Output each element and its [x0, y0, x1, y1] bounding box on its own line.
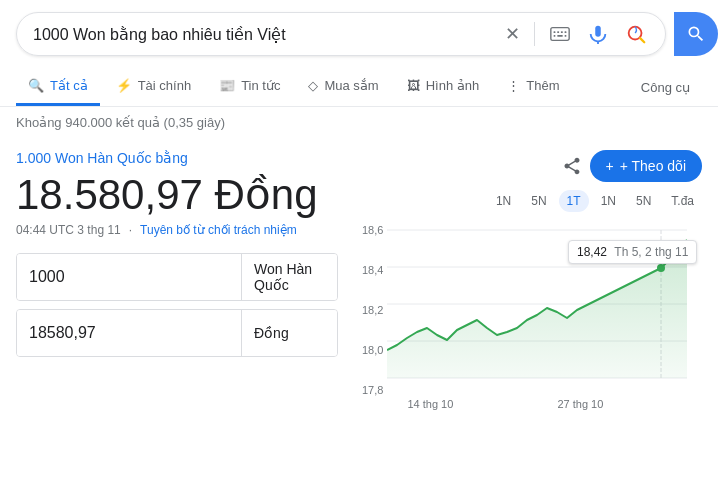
- result-value: 18.580,97 Đồng: [16, 170, 338, 219]
- chart-tabs: 1N 5N 1T 1N 5N T.đa: [362, 190, 702, 212]
- chart-tab-tda[interactable]: T.đa: [663, 190, 702, 212]
- tab-news[interactable]: 📰 Tin tức: [207, 68, 292, 106]
- currency-select-2[interactable]: Đồng ▼: [241, 310, 338, 356]
- svg-rect-0: [551, 28, 569, 41]
- x-label-1: 14 thg 10: [407, 398, 453, 410]
- tab-images[interactable]: 🖼 Hình ảnh: [395, 68, 492, 106]
- share-button[interactable]: [562, 156, 582, 176]
- svg-rect-4: [565, 31, 567, 33]
- results-count: Khoảng 940.000 kết quả (0,35 giây): [0, 107, 718, 138]
- svg-rect-1: [554, 31, 556, 33]
- svg-rect-6: [557, 35, 563, 37]
- input-row-1: Won Hàn Quốc ▼: [16, 253, 338, 301]
- chart-tab-1n-2[interactable]: 1N: [593, 190, 624, 212]
- chart-area: 18,42 Th 5, 2 thg 11: [387, 220, 718, 400]
- currency-select-1[interactable]: Won Hàn Quốc ▼: [241, 254, 338, 300]
- amount-input-1[interactable]: [17, 254, 241, 300]
- chart-tab-5n-2[interactable]: 5N: [628, 190, 659, 212]
- chart-tab-1n-1[interactable]: 1N: [488, 190, 519, 212]
- chart-tooltip: 18,42 Th 5, 2 thg 11: [568, 240, 697, 264]
- from-label: 1.000 Won Hàn Quốc bằng: [16, 150, 338, 166]
- nav-tabs: 🔍 Tất cả ⚡ Tài chính 📰 Tin tức ◇ Mua sắm…: [0, 68, 718, 107]
- timestamp-row: 04:44 UTC 3 thg 11 · Tuyên bố từ chối tr…: [16, 223, 338, 237]
- tooltip-dot: [657, 264, 665, 272]
- svg-rect-2: [557, 31, 559, 33]
- dot-divider: ·: [129, 223, 132, 237]
- clear-button[interactable]: ✕: [503, 21, 522, 47]
- y-label-2: 18,4: [362, 264, 383, 276]
- search-icons: ✕: [503, 21, 649, 47]
- keyboard-icon[interactable]: [547, 21, 573, 47]
- lens-icon[interactable]: [623, 21, 649, 47]
- y-label-3: 18,2: [362, 304, 383, 316]
- search-small-icon: 🔍: [28, 78, 44, 93]
- amount-input-2[interactable]: [17, 310, 241, 356]
- news-icon: 📰: [219, 78, 235, 93]
- y-axis: 18,6 18,4 18,2 18,0 17,8: [362, 220, 383, 400]
- converter-left: 1.000 Won Hàn Quốc bằng 18.580,97 Đồng 0…: [16, 150, 338, 400]
- x-axis-labels: 14 thg 10 27 thg 10: [387, 398, 718, 410]
- shopping-icon: ◇: [308, 78, 318, 93]
- voice-search-icon[interactable]: [585, 21, 611, 47]
- chart-wrapper: 18,6 18,4 18,2 18,0 17,8 18,42 Th 5, 2 t…: [362, 220, 702, 400]
- chart-tab-5n-1[interactable]: 5N: [523, 190, 554, 212]
- svg-rect-5: [554, 35, 556, 37]
- follow-button[interactable]: + + Theo dõi: [590, 150, 702, 182]
- tools-link[interactable]: Công cụ: [629, 70, 702, 105]
- y-label-4: 18,0: [362, 344, 383, 356]
- chart-tab-1t[interactable]: 1T: [559, 190, 589, 212]
- x-label-2: 27 thg 10: [557, 398, 603, 410]
- converter-card: 1.000 Won Hàn Quốc bằng 18.580,97 Đồng 0…: [0, 138, 718, 412]
- disclaimer-link[interactable]: Tuyên bố từ chối trách nhiệm: [140, 223, 297, 237]
- svg-rect-7: [565, 35, 567, 37]
- search-button[interactable]: [674, 12, 718, 56]
- plus-icon: +: [606, 158, 614, 174]
- tab-more[interactable]: ⋮ Thêm: [495, 68, 571, 106]
- share-follow-row: + + Theo dõi: [362, 150, 702, 182]
- search-bar-container: 1000 Won bằng bao nhiêu tiền Việt ✕: [0, 0, 718, 68]
- chart-container: 18,42 Th 5, 2 thg 11: [387, 220, 718, 400]
- tab-all[interactable]: 🔍 Tất cả: [16, 68, 100, 106]
- input-row-2: Đồng ▼: [16, 309, 338, 357]
- svg-rect-3: [561, 31, 563, 33]
- converter-right: + + Theo dõi 1N 5N 1T 1N 5N T.đa 18,6 18…: [362, 150, 702, 400]
- finance-icon: ⚡: [116, 78, 132, 93]
- tab-shopping[interactable]: ◇ Mua sắm: [296, 68, 390, 106]
- images-icon: 🖼: [407, 78, 420, 93]
- more-icon: ⋮: [507, 78, 520, 93]
- y-label-1: 18,6: [362, 224, 383, 236]
- search-input[interactable]: 1000 Won bằng bao nhiêu tiền Việt: [33, 25, 503, 43]
- tab-finance[interactable]: ⚡ Tài chính: [104, 68, 203, 106]
- search-bar: 1000 Won bằng bao nhiêu tiền Việt ✕: [16, 12, 666, 56]
- y-label-5: 17,8: [362, 384, 383, 396]
